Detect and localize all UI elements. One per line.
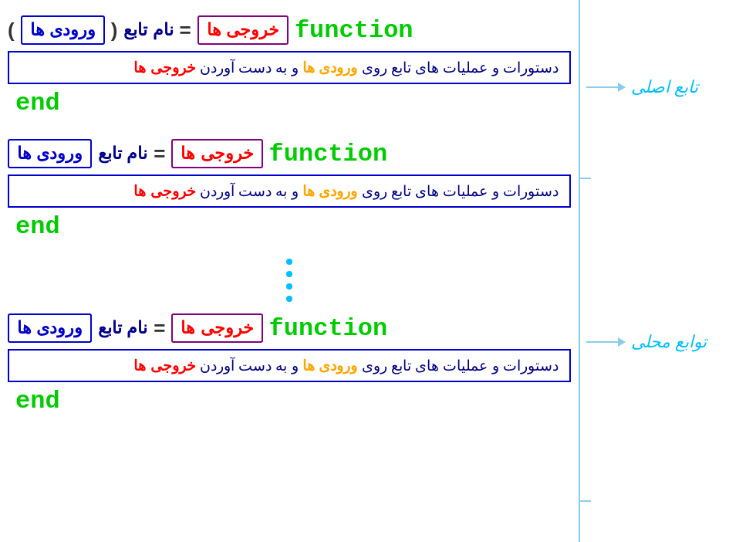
end-keyword-2: end	[8, 212, 571, 241]
equals-2: =	[154, 142, 165, 166]
body-inputs-1: ورودی ها	[302, 59, 357, 76]
funcname-label-2: نام تابع	[98, 144, 147, 164]
outputs-box-1: خروجی ها	[197, 15, 289, 45]
equals-3: =	[154, 317, 165, 340]
body-inputs-3: ورودی ها	[302, 357, 357, 374]
inputs-box-3: ورودی ها	[8, 313, 92, 343]
outputs-label-3: خروجی ها	[181, 318, 253, 337]
outputs-box-2: خروجی ها	[171, 139, 262, 168]
right-panel: تابع اصلی توابع محلی	[579, 0, 756, 542]
body-line-3: دستورات و عملیات های تابع روی ورودی ها و…	[8, 349, 571, 382]
body-text-static-2: دستورات و عملیات های تابع روی	[357, 183, 559, 199]
function-line-1: function خروجی ها = نام تابع ( ورودی ها …	[8, 15, 571, 45]
funcname-label-3: نام تابع	[98, 318, 147, 338]
arrow-line-main	[586, 86, 625, 88]
arrow-local-functions: توابع محلی	[586, 332, 707, 352]
keyword-function-3: function	[269, 314, 388, 343]
dot-2	[286, 271, 292, 277]
gap-1	[8, 124, 571, 139]
dot-1	[286, 259, 292, 265]
body-outputs-3: خروجی ها	[133, 357, 195, 374]
body-outputs-2: خروجی ها	[133, 183, 195, 199]
local-functions-label: توابع محلی	[631, 332, 707, 352]
inputs-label-3: ورودی ها	[17, 318, 83, 337]
body-text-static-3b: و به دست آوردن	[196, 357, 302, 374]
inputs-box-2: ورودی ها	[8, 139, 92, 168]
funcname-label-1: نام تابع	[123, 20, 173, 40]
inputs-label-1: ورودی ها	[30, 20, 96, 39]
body-inputs-2: ورودی ها	[302, 183, 357, 199]
main-container: function خروجی ها = نام تابع ( ورودی ها …	[0, 0, 756, 542]
body-text-static-1: دستورات و عملیات های تابع روی	[357, 59, 559, 76]
body-text-static-1b: و به دست آوردن	[196, 59, 302, 76]
function-line-3: function خروجی ها = نام تابع ورودی ها	[8, 313, 571, 343]
outputs-label-2: خروجی ها	[181, 144, 253, 163]
outputs-label-1: خروجی ها	[207, 20, 279, 39]
dots	[8, 259, 571, 302]
inputs-box-1: ورودی ها	[21, 15, 105, 45]
function-block-1: function خروجی ها = نام تابع ( ورودی ها …	[8, 15, 571, 117]
paren-open-1: (	[111, 19, 118, 42]
body-text-static-2b: و به دست آوردن	[196, 183, 302, 199]
main-function-label: تابع اصلی	[631, 77, 698, 97]
end-keyword-3: end	[8, 387, 571, 415]
paren-close-1: )	[8, 19, 15, 42]
bracket-local	[579, 178, 591, 502]
function-line-2: function خروجی ها = نام تابع ورودی ها	[8, 139, 571, 168]
keyword-function-1: function	[295, 16, 413, 45]
equals-1: =	[180, 19, 191, 42]
outputs-box-3: خروجی ها	[171, 313, 262, 343]
arrow-main-function: تابع اصلی	[586, 77, 698, 97]
inputs-label-2: ورودی ها	[17, 144, 83, 163]
body-text-static-3: دستورات و عملیات های تابع روی	[357, 357, 559, 374]
arrow-line-local	[586, 341, 625, 343]
dot-4	[286, 296, 292, 302]
left-panel: function خروجی ها = نام تابع ( ورودی ها …	[0, 0, 579, 542]
function-block-2: function خروجی ها = نام تابع ورودی ها دس…	[8, 139, 571, 241]
body-outputs-1: خروجی ها	[133, 59, 195, 76]
keyword-function-2: function	[269, 140, 388, 168]
end-keyword-1: end	[8, 89, 571, 117]
dot-3	[286, 283, 292, 290]
function-block-3: function خروجی ها = نام تابع ورودی ها دس…	[8, 313, 571, 415]
body-line-1: دستورات و عملیات های تابع روی ورودی ها و…	[8, 51, 571, 84]
body-line-2: دستورات و عملیات های تابع روی ورودی ها و…	[8, 174, 571, 208]
